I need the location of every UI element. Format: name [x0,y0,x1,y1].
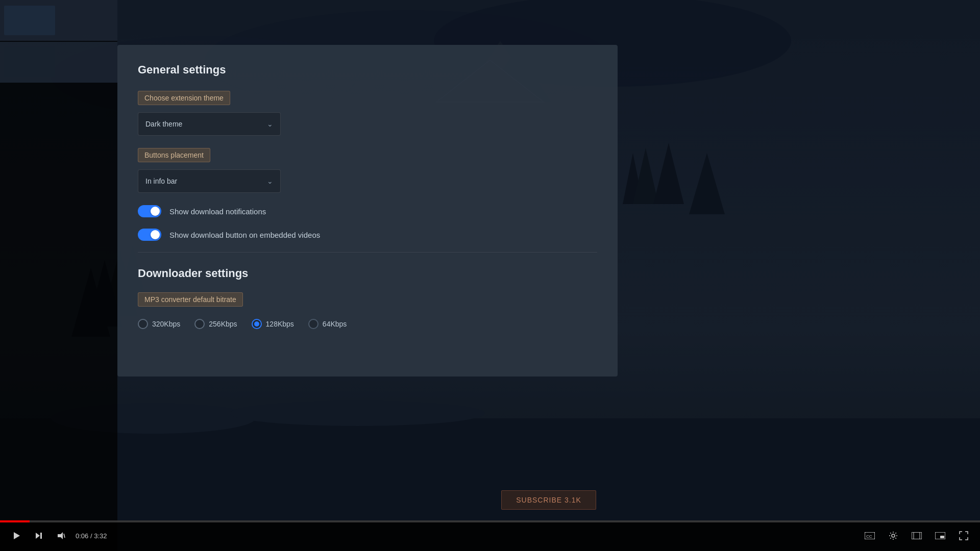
theme-dropdown-value: Dark theme [145,120,182,128]
subscribe-button[interactable]: SUBSCRIBE 3.1K [501,490,596,510]
controls-right: CC [862,528,972,544]
placement-dropdown-chevron: ⌄ [267,177,273,185]
theater-mode-icon [912,532,922,539]
bitrate-radio-group: 320Kbps 256Kbps 128Kbps 64Kbps [138,319,597,329]
radio-circle-64 [308,319,318,329]
bitrate-label-320: 320Kbps [152,320,180,328]
bitrate-label-64: 64Kbps [323,320,347,328]
miniplayer-button[interactable] [932,528,948,544]
svg-rect-28 [912,532,922,539]
svg-marker-20 [14,532,20,539]
bitrate-label-256: 256Kbps [209,320,237,328]
toggle-notifications-row: Show download notifications [138,205,597,217]
radio-circle-256 [194,319,205,329]
bitrate-option-256[interactable]: 256Kbps [194,319,237,329]
bitrate-label-128: 128Kbps [266,320,294,328]
svg-marker-21 [36,533,40,539]
progress-bar-container[interactable] [0,520,980,522]
bitrate-option-128[interactable]: 128Kbps [252,319,294,329]
thumb-image-1 [4,6,55,35]
toggle-notifications-label: Show download notifications [169,207,266,216]
theme-dropdown-chevron: ⌄ [267,120,273,128]
general-settings-title: General settings [138,63,597,77]
toggle-notifications-switch[interactable] [138,205,161,217]
bitrate-label-badge: MP3 converter default bitrate [138,292,243,307]
time-total: 3:32 [94,532,107,540]
sidebar-thumb-2[interactable] [0,42,117,83]
time-current: 0:06 [76,532,88,540]
toggle-embedded-knob [151,230,160,239]
radio-circle-128 [252,319,262,329]
svg-rect-22 [40,533,42,539]
svg-line-24 [64,534,65,538]
svg-marker-23 [58,532,63,539]
theater-mode-button[interactable] [909,528,925,544]
placement-dropdown-value: In info bar [145,177,177,185]
toggle-embedded-switch[interactable] [138,229,161,241]
radio-circle-320 [138,319,148,329]
skip-button[interactable] [31,528,47,544]
sidebar-thumb-1[interactable] [0,0,117,41]
cc-icon: CC [865,532,875,539]
play-icon [12,531,21,540]
bitrate-option-320[interactable]: 320Kbps [138,319,180,329]
mute-button[interactable] [53,528,69,544]
settings-panel: General settings Choose extension theme … [117,45,618,377]
settings-icon [889,531,898,540]
svg-point-27 [892,534,895,537]
progress-bar-fill [0,520,30,522]
thumb-image-2 [4,47,55,77]
toggle-embedded-label: Show download button on embedded videos [169,231,320,239]
subscribe-bar: SUBSCRIBE 3.1K [117,485,980,515]
miniplayer-icon [935,532,945,539]
theme-label-badge: Choose extension theme [138,91,230,105]
placement-label-badge: Buttons placement [138,148,210,162]
play-button[interactable] [8,528,24,544]
fullscreen-icon [959,531,968,540]
left-sidebar [0,0,117,551]
svg-rect-29 [914,532,920,539]
time-display: 0:06 / 3:32 [76,532,107,540]
section-divider [138,252,597,253]
skip-icon [35,532,43,540]
bitrate-option-64[interactable]: 64Kbps [308,319,347,329]
toggle-notifications-knob [151,207,160,216]
mute-icon [57,531,66,540]
downloader-settings-title: Downloader settings [138,267,597,280]
settings-button[interactable] [885,528,901,544]
theme-dropdown[interactable]: Dark theme ⌄ [138,112,281,136]
fullscreen-button[interactable] [955,528,972,544]
player-controls: 0:06 / 3:32 CC [0,520,980,551]
toggle-embedded-row: Show download button on embedded videos [138,229,597,241]
svg-rect-31 [940,536,944,538]
cc-button[interactable]: CC [862,528,878,544]
placement-dropdown[interactable]: In info bar ⌄ [138,169,281,193]
svg-text:CC: CC [866,534,872,539]
